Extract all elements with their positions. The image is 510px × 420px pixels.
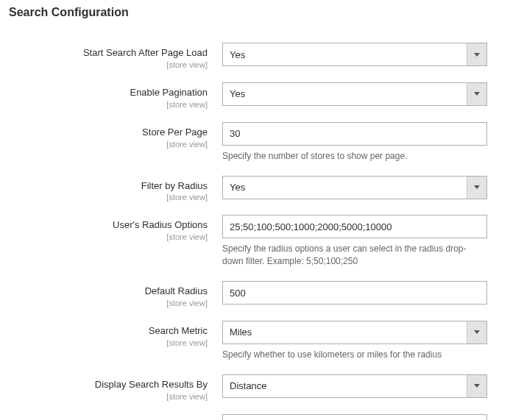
select-input-filter-by-radius[interactable]: Yes — [222, 176, 487, 199]
label-store-per-page: Store Per Page [store view] — [9, 122, 222, 149]
select-input-search-metric[interactable]: Miles — [222, 321, 487, 344]
label-text: Filter by Radius — [9, 180, 208, 193]
field-store-per-page: Store Per Page [store view] Specify the … — [9, 122, 501, 163]
section-title: Search Configuration — [9, 6, 501, 19]
field-filter-by-radius: Filter by Radius [store view] Yes — [9, 176, 501, 202]
scope-label: [store view] — [9, 193, 208, 202]
label-text: Display Search Results By — [9, 379, 208, 391]
label-text: Start Search After Page Load — [9, 47, 208, 60]
select-display-results-by[interactable]: Distance — [222, 374, 487, 398]
field-display-results-by: Display Search Results By [store view] D… — [9, 374, 501, 401]
label-filter-by-radius: Filter by Radius [store view] — [9, 176, 222, 202]
field-default-radius: Default Radius [store view] — [9, 281, 501, 307]
scope-label: [store view] — [9, 100, 208, 109]
label-users-radius-options: User's Radius Options [store view] — [9, 215, 222, 241]
label-text: User's Radius Options — [9, 219, 208, 232]
field-search-metric: Search Metric [store view] Miles Specify… — [9, 321, 501, 361]
input-not-found-message[interactable] — [222, 414, 487, 420]
field-users-radius-options: User's Radius Options [store view] Speci… — [9, 215, 501, 268]
label-enable-pagination: Enable Pagination [store view] — [9, 82, 222, 109]
select-start-search[interactable]: Yes — [222, 43, 487, 66]
label-text: Store Per Page — [9, 127, 208, 139]
select-input-enable-pagination[interactable]: Yes — [222, 82, 487, 106]
label-text: Default Radius — [9, 285, 208, 298]
field-not-found-message: Not Found Message [store view] — [9, 414, 501, 420]
input-default-radius[interactable] — [222, 281, 487, 305]
label-default-radius: Default Radius [store view] — [9, 281, 222, 307]
scope-label: [store view] — [9, 338, 208, 347]
select-filter-by-radius[interactable]: Yes — [222, 176, 487, 199]
help-users-radius-options: Specify the radius options a user can se… — [222, 243, 487, 268]
label-not-found-message: Not Found Message [store view] — [9, 414, 222, 420]
scope-label: [store view] — [9, 232, 208, 241]
input-users-radius-options[interactable] — [222, 215, 487, 238]
label-search-metric: Search Metric [store view] — [9, 321, 222, 347]
select-search-metric[interactable]: Miles — [222, 321, 487, 344]
select-input-start-search[interactable]: Yes — [222, 43, 487, 66]
label-text: Enable Pagination — [9, 87, 208, 99]
help-store-per-page: Specify the number of stores to show per… — [222, 150, 487, 163]
scope-label: [store view] — [9, 60, 208, 69]
scope-label: [store view] — [9, 140, 208, 149]
label-start-search: Start Search After Page Load [store view… — [9, 43, 222, 69]
field-start-search: Start Search After Page Load [store view… — [9, 43, 501, 69]
input-store-per-page[interactable] — [222, 122, 487, 146]
label-display-results-by: Display Search Results By [store view] — [9, 374, 222, 401]
field-enable-pagination: Enable Pagination [store view] Yes — [9, 82, 501, 109]
help-search-metric: Specify whether to use kilometers or mil… — [222, 349, 487, 361]
scope-label: [store view] — [9, 299, 208, 307]
label-text: Search Metric — [9, 325, 208, 338]
select-enable-pagination[interactable]: Yes — [222, 82, 487, 106]
scope-label: [store view] — [9, 392, 208, 401]
select-input-display-results-by[interactable]: Distance — [222, 374, 487, 398]
